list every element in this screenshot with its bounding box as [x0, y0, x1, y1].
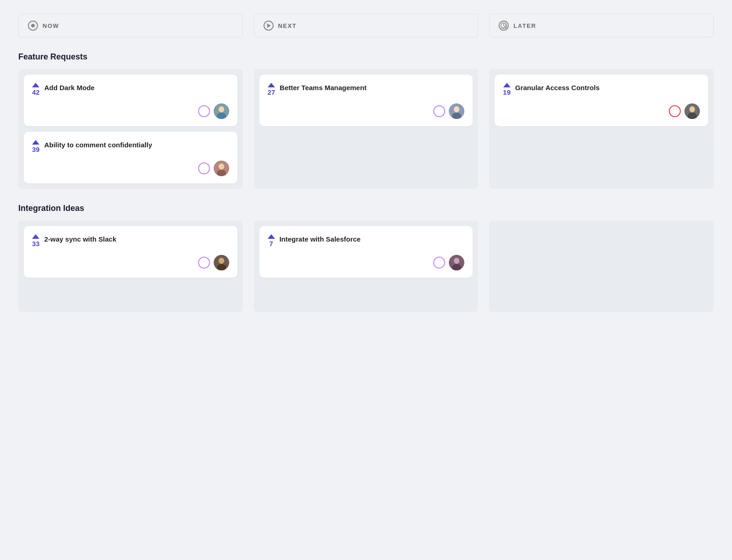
card-top-salesforce: 7 Integrate with Salesforce: [268, 234, 465, 248]
svg-point-6: [219, 107, 224, 113]
upvote-arrow-comment: [32, 140, 39, 145]
svg-point-14: [454, 107, 459, 113]
purple-circle-teams: [433, 105, 445, 117]
col-title-next: NEXT: [278, 22, 297, 29]
purple-circle-comment: [198, 162, 210, 174]
vote-count-add-dark-mode: 42: [32, 88, 40, 96]
avatar-add-dark-mode: [214, 103, 229, 119]
svg-point-0: [501, 23, 506, 28]
section-label-integration: Integration Ideas: [18, 204, 714, 213]
svg-point-10: [219, 164, 224, 170]
card-bottom-add-dark-mode: [32, 103, 229, 119]
column-body-next-integration: 7 Integrate with Salesforce: [254, 221, 479, 312]
card-better-teams[interactable]: 27 Better Teams Management: [259, 75, 473, 126]
section-row-feature-requests: 42 Add Dark Mode: [18, 69, 714, 189]
purple-circle-add-dark-mode: [198, 105, 210, 117]
purple-circle-slack: [198, 257, 210, 269]
avatar-teams: [449, 103, 464, 119]
section-feature-requests: Feature Requests 42 Add Dark Mode: [18, 52, 714, 189]
card-slack-sync[interactable]: 33 2-way sync with Slack: [24, 226, 237, 278]
vote-count-salesforce: 7: [269, 240, 273, 248]
card-granular-access[interactable]: 19 Granular Access Controls: [495, 75, 708, 126]
red-circle-granular: [669, 105, 681, 117]
card-top-granular: 19 Granular Access Controls: [503, 83, 700, 96]
card-comment-confidentially[interactable]: 39 Ability to comment confidentially: [24, 132, 237, 183]
card-add-dark-mode[interactable]: 42 Add Dark Mode: [24, 75, 237, 126]
vote-block-comment[interactable]: 39: [32, 140, 40, 153]
column-headers: NOW NEXT LATER: [18, 14, 714, 38]
section-integration-ideas: Integration Ideas 33 2-way sync with Sla…: [18, 204, 714, 312]
upvote-arrow-salesforce: [268, 234, 275, 239]
col-header-later: LATER: [489, 14, 714, 38]
svg-point-22: [219, 258, 224, 264]
col-header-next: NEXT: [254, 14, 479, 38]
card-top-teams: 27 Better Teams Management: [268, 83, 465, 96]
section-row-integration: 33 2-way sync with Slack: [18, 221, 714, 312]
card-top-slack: 33 2-way sync with Slack: [32, 234, 229, 248]
vote-count-teams: 27: [268, 88, 275, 96]
column-body-now-features: 42 Add Dark Mode: [18, 69, 243, 189]
col-title-now: NOW: [43, 22, 59, 29]
card-title-granular: Granular Access Controls: [515, 83, 600, 92]
purple-circle-salesforce: [433, 257, 445, 269]
card-bottom-slack: [32, 255, 229, 270]
card-title-comment: Ability to comment confidentially: [44, 140, 152, 150]
column-body-next-features: 27 Better Teams Management: [254, 69, 479, 189]
card-title-teams: Better Teams Management: [280, 83, 366, 92]
card-bottom-teams: [268, 103, 465, 119]
upvote-arrow-add-dark-mode: [32, 83, 39, 87]
card-top-add-dark-mode: 42 Add Dark Mode: [32, 83, 229, 96]
card-title-add-dark-mode: Add Dark Mode: [44, 83, 95, 92]
avatar-slack: [214, 255, 229, 270]
card-bottom-granular: [503, 103, 700, 119]
card-top-comment: 39 Ability to comment confidentially: [32, 140, 229, 153]
svg-point-26: [454, 258, 459, 264]
section-label-feature-requests: Feature Requests: [18, 52, 714, 62]
col-title-later: LATER: [513, 22, 536, 29]
avatar-comment: [214, 161, 229, 176]
upvote-arrow-granular: [503, 83, 511, 87]
upvote-arrow-slack: [32, 234, 39, 239]
vote-count-granular: 19: [503, 88, 511, 96]
card-bottom-comment: [32, 161, 229, 176]
upvote-arrow-teams: [268, 83, 275, 87]
vote-block-add-dark-mode[interactable]: 42: [32, 83, 40, 96]
card-salesforce[interactable]: 7 Integrate with Salesforce: [259, 226, 473, 278]
vote-block-salesforce[interactable]: 7: [268, 234, 275, 248]
avatar-granular: [684, 103, 700, 119]
column-body-now-integration: 33 2-way sync with Slack: [18, 221, 243, 312]
svg-point-18: [689, 107, 695, 113]
card-title-slack: 2-way sync with Slack: [44, 234, 117, 244]
vote-block-granular[interactable]: 19: [503, 83, 511, 96]
card-title-salesforce: Integrate with Salesforce: [280, 234, 361, 244]
vote-block-teams[interactable]: 27: [268, 83, 275, 96]
column-body-later-features: 19 Granular Access Controls: [489, 69, 714, 189]
next-icon: [264, 21, 274, 31]
vote-block-slack[interactable]: 33: [32, 234, 40, 248]
col-header-now: NOW: [18, 14, 243, 38]
now-icon: [28, 21, 38, 31]
card-bottom-salesforce: [268, 255, 465, 270]
svg-line-2: [504, 26, 505, 27]
column-body-later-integration: [489, 221, 714, 312]
later-icon: [499, 21, 509, 31]
vote-count-comment: 39: [32, 145, 40, 153]
avatar-salesforce: [449, 255, 464, 270]
vote-count-slack: 33: [32, 240, 40, 248]
